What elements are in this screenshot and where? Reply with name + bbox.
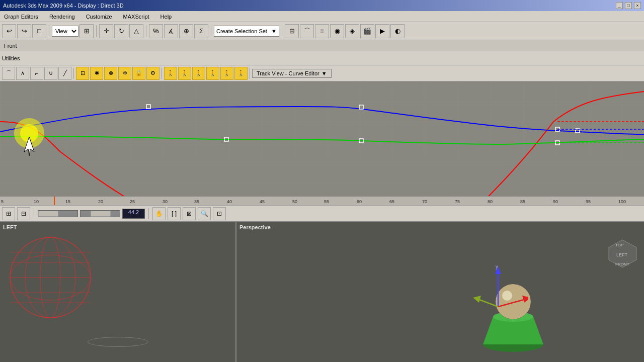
wireframe-svg [0,232,101,323]
close-btn[interactable]: × [634,2,641,9]
named-layers-btn[interactable]: ⊟ [285,24,299,38]
figure-btn-4[interactable]: 🚶 [206,67,219,80]
svg-text:10: 10 [34,199,39,204]
curve-svg [0,81,644,196]
frame-value[interactable]: 44.2 [122,209,145,219]
undo-btn[interactable]: ↩ [2,24,16,38]
tv-sep-2 [162,68,162,79]
nav-cube[interactable]: LEFT TOP FRONT [606,237,639,270]
select-scale-btn[interactable]: △ [129,24,143,38]
zoom-extents-btn[interactable]: ⊠ [183,207,196,220]
floor-shadow [88,337,148,347]
angle-snap-btn[interactable]: ∡ [164,24,178,38]
render-setup-btn[interactable]: 🎬 [360,24,374,38]
tv-sep-1 [73,68,74,79]
left-viewport-label: LEFT [3,224,17,230]
svg-text:TOP: TOP [615,243,623,247]
figure-btn-6[interactable]: 🚶 [234,67,248,80]
utilities-label: Utilities [2,55,20,61]
svg-line-59 [478,299,498,307]
zoom-horiz-btn[interactable]: ⊡ [213,207,226,220]
tv-sep-3 [250,68,250,79]
spinner-snap-btn[interactable]: Σ [194,24,208,38]
toolbar-sep-3 [146,25,146,37]
minimize-btn[interactable]: _ [616,2,623,9]
menu-maxscript[interactable]: MAXScript [121,13,151,21]
svg-rect-18 [0,197,644,205]
svg-text:70: 70 [422,199,427,204]
freeze-btn[interactable]: ❄ [118,67,131,80]
left-viewport[interactable]: LEFT [0,222,236,362]
view-dropdown[interactable]: View Quad Front Top [52,26,78,37]
title-bar-text: Autodesk 3ds Max 2009 x64 - Display : Di… [3,3,124,9]
menu-graph-editors[interactable]: Graph Editors [2,13,40,21]
dope-btn[interactable]: ⊟ [17,207,30,220]
track-view-container: Utilities ⌒ ∧ ⌐ ∪ ╱ ⊡ ✱ ⊗ ❄ 🔒 ⚙ 🚶 🚶 [0,51,644,222]
filters-btn[interactable]: ⚙ [146,67,159,80]
v-scroll-thumb[interactable] [91,211,111,217]
svg-text:35: 35 [194,199,199,204]
zoom-region-btn[interactable]: [ ] [168,207,181,220]
curve-linear-btn[interactable]: ╱ [58,67,71,80]
dope-sheet-btn[interactable]: ≡ [315,24,329,38]
toolbar-sep-1 [49,25,49,37]
track-view-header: Utilities [0,51,644,65]
perspective-viewport-label: Perspective [239,224,271,230]
curve-bottom-toolbar: ⊞ ⊟ 44.2 ✋ [ ] ⊠ 🔍 ⊡ [0,205,644,221]
svg-marker-58 [522,296,528,303]
svg-text:100: 100 [618,199,626,204]
snap-btn[interactable]: % [149,24,163,38]
viewport-front-label: Front [4,43,17,49]
redo-btn[interactable]: ↪ [17,24,31,38]
h-scroll-thumb[interactable] [38,211,58,217]
render-btn[interactable]: ▶ [375,24,389,38]
create-selection-set[interactable]: Create Selection Set ▼ [214,26,279,37]
curve-smooth-btn[interactable]: ⌒ [2,67,15,80]
svg-line-57 [498,299,526,307]
lock-sel-btn[interactable]: 🔒 [132,67,145,80]
svg-text:30: 30 [163,199,168,204]
right-viewport[interactable]: Perspective [236,222,644,362]
svg-text:y: y [496,264,498,269]
maximize-btn[interactable]: □ [625,2,632,9]
active-shade-btn[interactable]: ◐ [390,24,405,38]
menu-bar: Graph Editors Rendering Customize MAXScr… [0,11,644,22]
curve-editor-btn[interactable]: ⌒ [300,24,314,38]
select-move-btn[interactable]: ✛ [99,24,113,38]
figure-btn-2[interactable]: 🚶 [178,67,191,80]
curve-corner-btn[interactable]: ∧ [16,67,29,80]
svg-text:25: 25 [130,199,135,204]
svg-text:FRONT: FRONT [615,262,629,266]
figure-btn-3[interactable]: 🚶 [192,67,205,80]
mat-editor-btn[interactable]: ◈ [345,24,359,38]
curve-bezier-corner-btn[interactable]: ⌐ [30,67,43,80]
zoom-btn[interactable]: 🔍 [198,207,211,220]
svg-text:LEFT: LEFT [616,252,628,257]
curve-canvas-area[interactable] [0,81,644,196]
curve-bezier-btn[interactable]: ∪ [44,67,57,80]
select-btn[interactable]: □ [32,24,46,38]
svg-marker-60 [473,296,481,303]
lock-tangents-btn[interactable]: ⊡ [76,67,89,80]
figure-btn-5[interactable]: 🚶 [220,67,233,80]
track-view-toolbar: ⌒ ∧ ⌐ ∪ ╱ ⊡ ✱ ⊗ ❄ 🔒 ⚙ 🚶 🚶 🚶 🚶 🚶 🚶 [0,65,644,81]
menu-customize[interactable]: Customize [84,13,114,21]
set-tangents-btn[interactable]: ✱ [90,67,103,80]
time-ruler[interactable]: 5 10 15 20 25 30 35 40 45 50 55 60 65 70… [0,196,644,205]
v-scroll-track[interactable] [80,210,120,217]
keys-btn[interactable]: ⊞ [2,207,15,220]
toolbar-sep-5 [282,25,282,37]
schematic-btn[interactable]: ◉ [330,24,344,38]
figure-btn-1[interactable]: 🚶 [164,67,177,80]
h-scroll-track[interactable] [38,210,78,217]
menu-help[interactable]: Help [158,13,174,21]
svg-text:60: 60 [357,199,362,204]
svg-text:5: 5 [1,199,4,204]
percent-snap-btn[interactable]: ⊕ [179,24,193,38]
show-tangents-btn[interactable]: ⊗ [104,67,117,80]
select-rotate-btn[interactable]: ↻ [114,24,128,38]
menu-rendering[interactable]: Rendering [47,13,77,21]
named-sel-btn[interactable]: ⊞ [79,24,94,38]
pan-btn[interactable]: ✋ [152,207,166,220]
svg-text:20: 20 [98,199,103,204]
